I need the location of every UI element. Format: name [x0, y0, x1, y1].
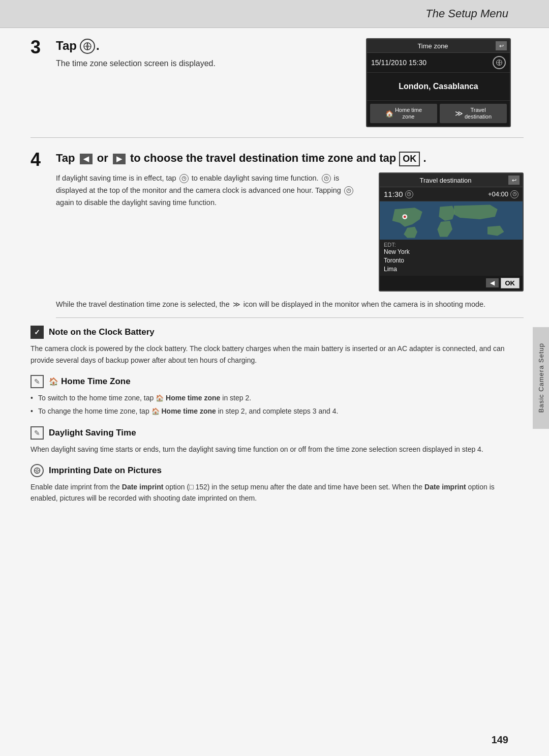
globe-icon — [80, 39, 95, 54]
tz-date-row: 15/11/2010 15:30 — [367, 53, 510, 73]
note-daylight-pencil-icon: ✎ — [30, 426, 44, 440]
td-time-row: 11:30 +04:00 — [380, 187, 523, 201]
step4-body4: again to disable the daylight saving tim… — [56, 198, 217, 207]
step4-number: 4 — [30, 149, 41, 170]
note-home-item1: To switch to the home time zone, tap 🏠 H… — [30, 392, 524, 404]
page-title: The Setup Menu — [425, 7, 508, 20]
td-screen-title: Travel destination — [383, 177, 508, 184]
note-daylight-title: Daylight Saving Time — [49, 428, 136, 438]
step4-heading-pre: Tap — [56, 152, 75, 164]
step4-number-col: 4 — [30, 151, 56, 169]
td-cities: EDT: New York Toronto Lima — [380, 240, 523, 275]
right-arrow-btn: ▶ — [113, 154, 126, 165]
note-daylight-body: When daylight saving time starts or ends… — [30, 444, 524, 455]
td-city3: Lima — [384, 265, 518, 274]
clock-icon-inline2: * — [344, 186, 353, 195]
step3-heading: Tap . — [56, 38, 358, 53]
tz-header: Time zone ↩ — [367, 39, 510, 53]
note-imprint-icon — [30, 464, 44, 477]
td-dst-icon: * — [510, 190, 518, 198]
note-imprint-section: Imprinting Date on Pictures Enable date … — [30, 464, 524, 504]
sidebar-label: Basic Camera Setup — [537, 343, 545, 413]
tz-back-icon: ↩ — [496, 41, 507, 50]
travel-icon-inline: ≫ — [233, 299, 240, 310]
travel-arrow-icon: ≫ — [455, 109, 463, 118]
step4-heading-end: . — [423, 152, 426, 164]
td-screen: Travel destination ↩ 11:30 — [379, 172, 524, 291]
note-daylight-section: ✎ Daylight Saving Time When daylight sav… — [30, 426, 524, 455]
tz-datetime: 15/11/2010 15:30 — [371, 59, 493, 67]
step3-main: Tap . The time zone selection screen is — [56, 38, 358, 70]
note-home-house-icon: 🏠 — [49, 377, 58, 386]
note-clock-header: ✓ Note on the Clock Battery — [30, 326, 524, 339]
td-back-icon: ↩ — [508, 176, 520, 185]
note-home-list: To switch to the home time zone, tap 🏠 H… — [30, 392, 524, 417]
dst-icon-inline: * — [322, 174, 331, 183]
tz-travel-btn[interactable]: ≫ Travel destination — [440, 104, 507, 123]
note-home-pencil-icon: ✎ — [30, 375, 44, 388]
step4-row: 4 Tap ◀ or ▶ to choose the travel destin… — [30, 151, 524, 318]
td-map-area — [380, 201, 523, 240]
step3-description: The time zone selection screen is displa… — [56, 57, 358, 70]
step4-heading-mid: or — [97, 152, 108, 164]
step4-body2: to enable daylight saving time function. — [192, 174, 319, 182]
travel-screen-mockup: Travel destination ↩ 11:30 — [379, 172, 524, 291]
tz-globe-btn[interactable] — [493, 56, 506, 69]
step3-heading-text: Tap — [56, 39, 77, 53]
step4-heading-post: to choose the travel destination time zo… — [130, 152, 396, 164]
step4-heading: Tap ◀ or ▶ to choose the travel destinat… — [56, 151, 524, 166]
step4-body1: If daylight saving time is in effect, ta… — [56, 174, 176, 182]
step4-body-area: If daylight saving time is in effect, ta… — [56, 172, 524, 291]
map-svg — [380, 201, 523, 240]
tz-city: London, Casablanca — [367, 73, 510, 101]
timezone-screen-mockup: Time zone ↩ 15/11/2010 15:30 — [366, 38, 511, 127]
note-clock-icon: ✓ — [30, 326, 44, 339]
td-clock-icon — [405, 190, 413, 198]
svg-point-28 — [36, 470, 38, 472]
step4-main: Tap ◀ or ▶ to choose the travel destinat… — [56, 151, 524, 318]
home-icon: 🏠 — [385, 110, 393, 118]
note-daylight-header: ✎ Daylight Saving Time — [30, 426, 524, 440]
note-imprint-bold2: Date imprint — [424, 483, 466, 491]
svg-text:*: * — [513, 194, 514, 196]
td-city2: Toronto — [384, 256, 518, 265]
page-number: 149 — [492, 734, 508, 746]
note-clock-title: Note on the Clock Battery — [49, 327, 155, 337]
tz-screen-title: Time zone — [370, 42, 496, 50]
step4-text: If daylight saving time is in effect, ta… — [56, 172, 371, 209]
header-bar: The Setup Menu — [0, 0, 549, 28]
step3-number: 3 — [30, 37, 41, 57]
step3-period: . — [96, 39, 100, 53]
note-imprint-title: Imprinting Date on Pictures — [49, 466, 162, 476]
travel-btn-label: Travel destination — [465, 107, 492, 120]
note-imprint-header: Imprinting Date on Pictures — [30, 464, 524, 477]
td-prev-btn[interactable]: ◀ — [486, 278, 499, 287]
tz-buttons: 🏠 Home timezone ≫ Travel destination — [367, 101, 510, 126]
sidebar-tab: Basic Camera Setup — [533, 327, 549, 429]
td-ok-btn[interactable]: OK — [501, 278, 520, 288]
note-imprint-body: Enable date imprint from the Date imprin… — [30, 481, 524, 504]
left-arrow-btn: ◀ — [80, 154, 93, 165]
note-clock-section: ✓ Note on the Clock Battery The camera c… — [30, 326, 524, 366]
step3-number-col: 3 — [30, 38, 56, 56]
step3-row: 3 Tap . — [30, 38, 524, 138]
td-footer: ◀ OK — [380, 276, 523, 290]
step3-screen: Time zone ↩ 15/11/2010 15:30 — [366, 38, 524, 127]
note-home-header: ✎ 🏠 Home Time Zone — [30, 375, 524, 388]
note-home-item2: To change the home time zone, tap 🏠 Home… — [30, 405, 524, 417]
main-content: 3 Tap . — [30, 28, 524, 725]
svg-point-26 — [404, 216, 406, 218]
td-header: Travel destination ↩ — [380, 173, 523, 187]
tz-home-btn[interactable]: 🏠 Home timezone — [370, 104, 437, 123]
note-home-section: ✎ 🏠 Home Time Zone To switch to the home… — [30, 375, 524, 417]
step4-footnote: While the travel destination time zone i… — [56, 299, 524, 318]
home-btn-label: Home timezone — [395, 107, 422, 120]
clock-icon-inline — [179, 174, 189, 183]
step4-para: If daylight saving time is in effect, ta… — [56, 172, 371, 209]
td-offset: +04:00 — [488, 190, 508, 198]
note-clock-body: The camera clock is powered by the clock… — [30, 343, 524, 366]
ok-box: OK — [399, 152, 420, 166]
note-imprint-bold1: Date imprint — [122, 483, 164, 491]
note-home-title: Home Time Zone — [61, 376, 131, 387]
page: The Setup Menu Basic Camera Setup 3 Tap — [0, 0, 549, 756]
